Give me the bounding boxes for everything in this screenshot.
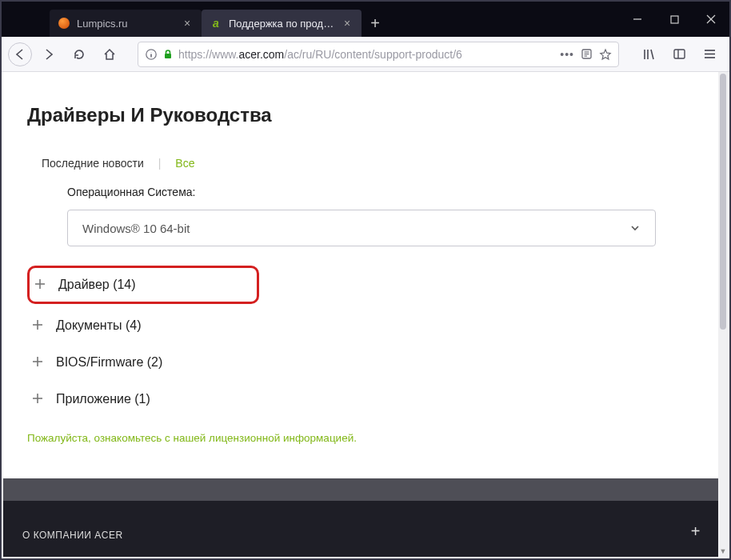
bookmark-star-icon[interactable] <box>599 48 612 61</box>
os-select[interactable]: Windows® 10 64-bit <box>67 210 656 246</box>
titlebar-spacer <box>2 2 50 37</box>
license-link[interactable]: Пожалуйста, ознакомьтесь с нашей лицензи… <box>27 418 696 463</box>
plus-icon <box>32 356 45 369</box>
close-window-icon <box>706 14 716 24</box>
chevron-down-icon <box>629 222 641 234</box>
menu-button[interactable] <box>696 41 723 68</box>
url-scheme: https:// <box>178 48 212 61</box>
hamburger-icon <box>703 47 717 61</box>
sidebar-button[interactable] <box>665 41 693 68</box>
home-icon <box>102 47 117 62</box>
filter-row: Последние новости | Все <box>27 150 696 186</box>
url-path: /ac/ru/RU/content/support-product/6 <box>284 48 462 61</box>
window-titlebar: Lumpics.ru × a Поддержка по продуктам × … <box>2 2 729 37</box>
svg-rect-7 <box>165 54 171 58</box>
tab-label: Поддержка по продуктам <box>229 18 334 30</box>
orange-circle-icon <box>58 17 70 30</box>
url-trailing-icons: ••• <box>560 48 612 61</box>
home-button[interactable] <box>96 41 123 68</box>
minimize-icon <box>633 14 642 24</box>
url-dots-icon[interactable]: ••• <box>560 48 574 61</box>
tab-label: Lumpics.ru <box>77 18 174 30</box>
plus-icon <box>32 393 45 406</box>
filter-all[interactable]: Все <box>175 157 194 170</box>
library-icon <box>641 47 656 62</box>
vertical-scrollbar[interactable]: ▼ <box>718 72 728 557</box>
footer-about[interactable]: О КОМПАНИИ ACER <box>22 530 123 541</box>
svg-line-14 <box>651 50 653 59</box>
page-footer: О КОМПАНИИ ACER + <box>3 478 720 557</box>
accordion-label: Приложение (1) <box>56 392 150 406</box>
footer-expand-icon[interactable]: + <box>691 522 701 541</box>
footer-stripe <box>3 478 720 501</box>
svg-rect-15 <box>674 50 685 58</box>
minimize-button[interactable] <box>619 2 656 37</box>
footer-main: О КОМПАНИИ ACER + <box>3 501 720 557</box>
close-button[interactable] <box>693 2 729 37</box>
address-bar[interactable]: https://www.acer.com/ac/ru/RU/content/su… <box>138 42 619 67</box>
toolbar-right-icons <box>635 41 723 68</box>
plus-icon <box>34 278 47 291</box>
maximize-icon <box>670 15 679 24</box>
url-text: https://www.acer.com/ac/ru/RU/content/su… <box>178 48 555 61</box>
accordion-driver[interactable]: Драйвер (14) <box>27 266 259 304</box>
url-domain: acer.com <box>238 48 284 61</box>
arrow-right-icon <box>42 48 55 61</box>
accordion-application[interactable]: Приложение (1) <box>27 381 696 418</box>
library-button[interactable] <box>635 41 662 68</box>
accordion-label: Документы (4) <box>56 318 141 333</box>
page-viewport: Драйверы И Руководства Последние новости… <box>3 72 720 557</box>
scrollbar-thumb[interactable] <box>720 74 726 330</box>
browser-toolbar: https://www.acer.com/ac/ru/RU/content/su… <box>2 37 729 72</box>
os-select-value: Windows® 10 64-bit <box>82 222 190 235</box>
maximize-button[interactable] <box>656 2 693 37</box>
filter-separator: | <box>158 157 162 170</box>
new-tab-button[interactable]: + <box>362 10 389 37</box>
svg-rect-1 <box>671 16 678 23</box>
back-button[interactable] <box>8 42 32 66</box>
sidebar-icon <box>673 47 686 61</box>
arrow-left-icon <box>14 48 26 61</box>
reader-mode-icon[interactable] <box>581 48 593 60</box>
url-host: www. <box>212 48 238 61</box>
close-icon[interactable]: × <box>341 17 354 30</box>
reload-icon <box>73 48 86 61</box>
browser-tabs: Lumpics.ru × a Поддержка по продуктам × … <box>50 2 619 37</box>
address-bar-wrap: https://www.acer.com/ac/ru/RU/content/su… <box>138 42 619 67</box>
os-label: Операционная Система: <box>27 186 696 198</box>
acer-icon: a <box>210 17 222 30</box>
tab-lumpics[interactable]: Lumpics.ru × <box>50 10 202 37</box>
accordion-label: Драйвер (14) <box>58 278 136 292</box>
reload-button[interactable] <box>66 41 93 68</box>
forward-button[interactable] <box>35 41 62 68</box>
site-info-icon[interactable] <box>145 48 158 61</box>
tab-acer-support[interactable]: a Поддержка по продуктам × <box>202 10 362 37</box>
page-title: Драйверы И Руководства <box>27 104 696 126</box>
close-icon[interactable]: × <box>181 17 194 30</box>
scroll-down-icon[interactable]: ▼ <box>718 546 728 557</box>
window-controls <box>619 2 729 37</box>
accordion-documents[interactable]: Документы (4) <box>27 307 696 344</box>
page-content: Драйверы И Руководства Последние новости… <box>3 72 720 463</box>
accordion-bios[interactable]: BIOS/Firmware (2) <box>27 344 696 381</box>
lock-icon <box>162 49 174 60</box>
filter-latest[interactable]: Последние новости <box>42 157 144 170</box>
plus-icon <box>32 319 45 332</box>
accordion-label: BIOS/Firmware (2) <box>56 355 162 370</box>
